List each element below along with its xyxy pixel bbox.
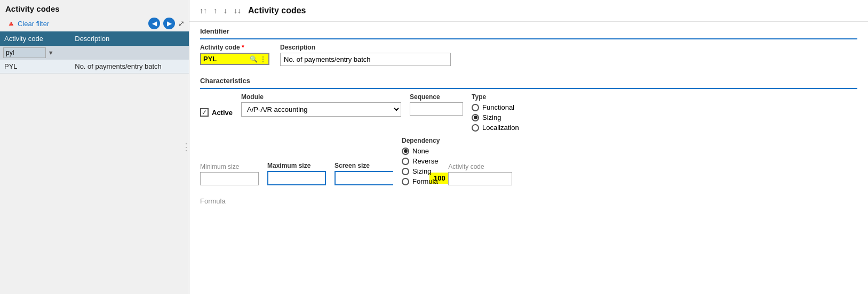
sequence-group: Sequence bbox=[410, 93, 463, 116]
dep-option-sizing[interactable]: Sizing bbox=[402, 167, 440, 175]
nav-up-button[interactable]: ↑ bbox=[212, 5, 219, 16]
module-group: Module A/P-A/R accounting bbox=[241, 93, 401, 117]
characteristics-section-title: Characteristics bbox=[200, 77, 857, 89]
dep-sizing-radio[interactable] bbox=[402, 168, 409, 175]
reverse-radio[interactable] bbox=[402, 158, 409, 165]
col-header-desc: Description bbox=[70, 31, 189, 46]
activity-code-right-label: Activity code bbox=[448, 163, 512, 170]
description-field-group: Description bbox=[280, 44, 451, 66]
search-icon[interactable]: 🔍 bbox=[250, 55, 258, 63]
identifier-section-title: Identifier bbox=[200, 27, 857, 39]
nav-prev-button[interactable]: ◀ bbox=[148, 18, 160, 29]
chars-main-row: ✓ Active Module A/P-A/R accounting Seque… bbox=[200, 93, 857, 132]
clear-filter-label: Clear filter bbox=[18, 20, 49, 28]
screen-size-label: Screen size bbox=[335, 162, 393, 169]
filter-row: ▼ bbox=[0, 46, 189, 60]
active-label: Active bbox=[212, 109, 233, 117]
type-label: Type bbox=[472, 93, 519, 101]
activity-code-right-field: Activity code bbox=[448, 163, 512, 185]
clear-filter-button[interactable]: 🔺 Clear filter bbox=[4, 18, 51, 29]
sizing-radio[interactable] bbox=[472, 114, 479, 121]
dep-sizing-label: Sizing bbox=[412, 167, 431, 175]
activity-codes-table: Activity code Description ▼ PYL No. of p… bbox=[0, 31, 189, 74]
max-size-label: Maximum size bbox=[267, 162, 326, 169]
dependency-radio-group: None Reverse Sizing Formula bbox=[402, 147, 440, 185]
module-label: Module bbox=[241, 93, 401, 101]
formula-dep-label: Formula bbox=[412, 177, 438, 185]
left-panel: Activity codes 🔺 Clear filter ◀ ▶ ⤢ Acti… bbox=[0, 0, 189, 294]
more-icon[interactable]: ⋮ bbox=[260, 55, 266, 63]
functional-radio[interactable] bbox=[472, 104, 479, 111]
dependency-group: Dependency None Reverse Sizing bbox=[402, 137, 440, 185]
sizing-label: Sizing bbox=[482, 113, 501, 121]
col-header-code: Activity code bbox=[0, 31, 70, 46]
functional-label: Functional bbox=[482, 103, 514, 111]
right-panel-title: Activity codes bbox=[248, 6, 306, 15]
dep-option-none[interactable]: None bbox=[402, 147, 440, 155]
formula-label: Formula bbox=[200, 197, 857, 205]
filter-input[interactable] bbox=[3, 47, 46, 58]
localization-radio[interactable] bbox=[472, 124, 479, 132]
left-panel-toolbar: 🔺 Clear filter ◀ ▶ ⤢ bbox=[0, 15, 189, 31]
active-checkbox[interactable]: ✓ bbox=[200, 108, 209, 117]
type-group: Type Functional Sizing Localization bbox=[472, 93, 519, 132]
filter-icon: 🔺 bbox=[6, 19, 15, 28]
max-size-group: Maximum size bbox=[267, 162, 326, 185]
identifier-section: Identifier Activity code PYL 🔍 ⋮ Descrip… bbox=[189, 22, 868, 74]
nav-down-button[interactable]: ↓ bbox=[222, 5, 229, 16]
table-row[interactable]: PYL No. of payments/entry batch bbox=[0, 60, 189, 74]
nav-last-button[interactable]: ↓↓ bbox=[232, 5, 243, 16]
dep-option-formula[interactable]: Formula bbox=[402, 177, 440, 185]
active-group: ✓ Active bbox=[200, 93, 233, 117]
max-size-input[interactable] bbox=[267, 171, 326, 185]
type-option-functional[interactable]: Functional bbox=[472, 103, 519, 111]
type-option-localization[interactable]: Localization bbox=[472, 124, 519, 132]
dependency-label: Dependency bbox=[402, 137, 440, 144]
resize-handle[interactable]: ⋮ bbox=[184, 0, 189, 294]
characteristics-section: Characteristics ✓ Active Module A/P-A/R … bbox=[189, 74, 868, 194]
localization-label: Localization bbox=[482, 124, 519, 132]
type-option-sizing[interactable]: Sizing bbox=[472, 113, 519, 121]
activity-code-right-input[interactable] bbox=[448, 172, 512, 185]
sizes-row: Minimum size Maximum size Screen size 10… bbox=[200, 137, 857, 185]
module-select[interactable]: A/P-A/R accounting bbox=[241, 102, 401, 117]
dep-option-reverse[interactable]: Reverse bbox=[402, 157, 440, 165]
type-radio-group: Functional Sizing Localization bbox=[472, 103, 519, 132]
sequence-label: Sequence bbox=[410, 93, 463, 101]
right-header: ↑↑ ↑ ↓ ↓↓ Activity codes bbox=[189, 0, 868, 22]
activity-code-input-wrap[interactable]: PYL 🔍 ⋮ bbox=[200, 53, 269, 65]
description-input[interactable] bbox=[280, 53, 451, 66]
filter-funnel-icon: ▼ bbox=[48, 50, 54, 56]
min-size-label: Minimum size bbox=[200, 163, 259, 170]
nav-next-button[interactable]: ▶ bbox=[163, 18, 175, 29]
identifier-fields: Activity code PYL 🔍 ⋮ Description bbox=[200, 44, 857, 66]
right-panel: ↑↑ ↑ ↓ ↓↓ Activity codes Identifier Acti… bbox=[189, 0, 868, 294]
formula-section: Formula bbox=[189, 194, 868, 208]
row-description: No. of payments/entry batch bbox=[70, 60, 189, 74]
min-size-group: Minimum size bbox=[200, 163, 259, 185]
reverse-label: Reverse bbox=[412, 157, 438, 165]
none-label: None bbox=[412, 147, 429, 155]
none-radio[interactable] bbox=[402, 148, 409, 155]
screen-size-group: Screen size 100 bbox=[335, 162, 393, 185]
activity-code-field-group: Activity code PYL 🔍 ⋮ bbox=[200, 44, 269, 65]
activity-code-value: PYL bbox=[203, 55, 248, 63]
formula-radio[interactable] bbox=[402, 178, 409, 185]
left-panel-title: Activity codes bbox=[0, 0, 189, 15]
description-label: Description bbox=[280, 44, 451, 51]
nav-first-button[interactable]: ↑↑ bbox=[198, 5, 209, 16]
row-code: PYL bbox=[0, 60, 70, 74]
screen-size-wrap[interactable]: 100 bbox=[335, 171, 393, 185]
min-size-input[interactable] bbox=[200, 172, 259, 185]
sequence-input[interactable] bbox=[410, 102, 463, 116]
activity-code-label: Activity code bbox=[200, 44, 269, 51]
